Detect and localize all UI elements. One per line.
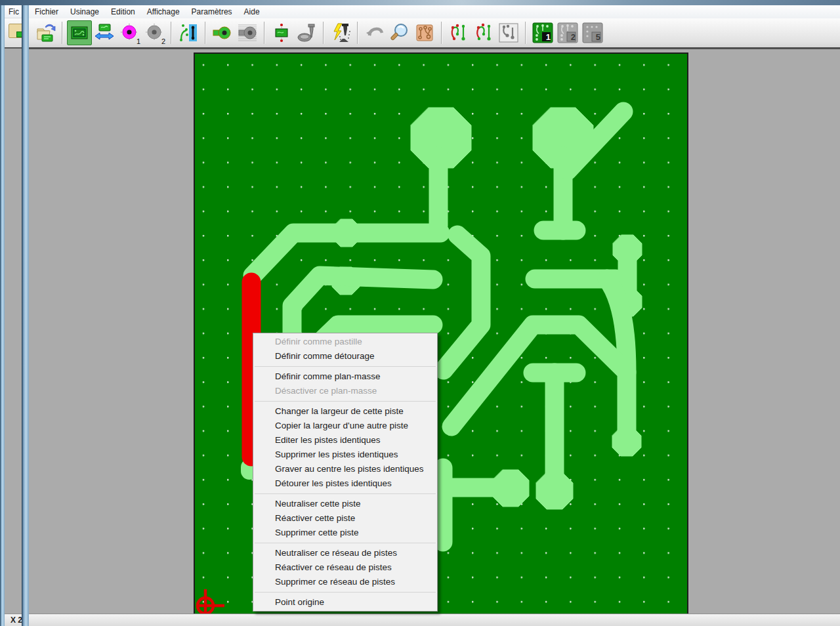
board-centering-button[interactable] (269, 20, 294, 45)
flip-board-icon (94, 22, 115, 43)
zoom-button[interactable] (387, 20, 412, 45)
toolbar-separator (357, 22, 358, 44)
context-menu-separator (255, 592, 436, 593)
show-board-button[interactable] (67, 20, 92, 45)
context-menu-separator (255, 401, 436, 402)
pad-hatch-button[interactable] (235, 20, 260, 45)
toolbar-separator (441, 22, 442, 44)
pad-tool-1-button[interactable]: 1 (117, 20, 142, 45)
layer-5-button[interactable]: 5 (580, 20, 605, 45)
menu-fichier[interactable]: Fichier (29, 5, 64, 18)
net-tracks-a-icon (448, 22, 469, 43)
board-preview-icon (414, 22, 435, 43)
menu-aide[interactable]: Aide (238, 5, 266, 18)
background-window: Fic X 2 (0, 5, 22, 626)
origin-marker-icon (196, 589, 224, 614)
context-menu-item-desactiver-ce-plan-masse: Désactiver ce plan-masse (253, 384, 437, 398)
context-menu-separator (255, 493, 436, 494)
menu-paramtres[interactable]: Paramètres (186, 5, 238, 18)
toolbar-separator (205, 22, 206, 44)
pad-hatch-icon (237, 22, 258, 43)
main-window-left-border (22, 5, 29, 626)
background-window-border (0, 5, 5, 626)
pad-node (613, 235, 642, 264)
layer-2-number: 2 (571, 33, 576, 41)
net-tracks-b-button[interactable] (471, 20, 496, 45)
background-window-menubar: Fic (5, 5, 22, 18)
layer-1-number: 1 (546, 33, 551, 41)
pad-tool-1-badge: 1 (136, 37, 140, 45)
title-bar-strip (0, 0, 840, 5)
menu-edition[interactable]: Edition (105, 5, 141, 18)
layer-2-button[interactable]: 2 (555, 20, 580, 45)
layer-5-number: 5 (596, 33, 600, 41)
pcb-chip-icon (16, 31, 22, 37)
context-menu-item-neutraliser-cette-piste[interactable]: Neutraliser cette piste (253, 497, 437, 511)
net-tracks-a-button[interactable] (446, 20, 471, 45)
menu-usinage[interactable]: Usinage (64, 5, 105, 18)
context-menu-item-definir-comme-pastille: Définir comme pastille (253, 335, 437, 349)
context-menu-item-graver-au-centre-les-pistes-identiques[interactable]: Graver au centre les pistes identiques (253, 462, 437, 476)
toolbar-separator (264, 22, 265, 44)
undo-icon (364, 22, 385, 43)
context-menu-item-editer-les-pistes-identiques[interactable]: Editer les pistes identiques (253, 433, 437, 448)
context-menu-item-definir-comme-detourage[interactable]: Définir comme détourage (253, 349, 437, 364)
context-menu-item-supprimer-ce-reseau-de-pistes[interactable]: Supprimer ce réseau de pistes (253, 575, 437, 589)
undo-button[interactable] (362, 20, 387, 45)
net-tracks-b-icon (473, 22, 494, 43)
context-menu-item-neutraliser-ce-reseau-de-pistes[interactable]: Neutraliser ce réseau de pistes (253, 546, 437, 560)
open-file-button[interactable] (33, 20, 58, 45)
start-engraving-icon (330, 22, 351, 43)
background-window-statusbar: X 2 (5, 614, 22, 626)
context-menu-item-reactiver-cette-piste[interactable]: Réactiver cette piste (253, 511, 437, 526)
context-menu-item-supprimer-cette-piste[interactable]: Supprimer cette piste (253, 526, 437, 540)
background-window-client (5, 49, 22, 606)
pad-node (612, 427, 641, 456)
flip-board-button[interactable] (92, 20, 117, 45)
pad-tool-2-button[interactable]: 2 (142, 20, 167, 45)
layer-1-button[interactable]: 1 (530, 20, 555, 45)
net-tracks-frame-button[interactable] (496, 20, 521, 45)
menu-bar: FichierUsinageEditionAffichageParamètres… (29, 5, 840, 19)
open-file-icon (35, 22, 56, 43)
toolbar-separator (323, 22, 324, 44)
context-menu-item-supprimer-les-pistes-identiques[interactable]: Supprimer les pistes identiques (253, 448, 437, 462)
pad-octagon-small (492, 470, 529, 507)
context-menu-item-point-origine[interactable]: Point origine (253, 595, 437, 610)
pad-octagon-small (536, 472, 573, 509)
pad-contour-button[interactable] (210, 20, 235, 45)
background-window-toolbar (5, 18, 22, 49)
show-board-icon (69, 22, 90, 43)
context-menu-item-definir-comme-plan-masse[interactable]: Définir comme plan-masse (253, 369, 437, 384)
board-preview-button[interactable] (412, 20, 437, 45)
context-menu-item-detourer-les-pistes-identiques[interactable]: Détourer les pistes identiques (253, 476, 437, 491)
context-menu-separator (255, 366, 436, 367)
context-menu-item-reactiver-ce-reseau-de-pistes[interactable]: Réactiver ce réseau de pistes (253, 560, 437, 575)
net-tracks-frame-icon (498, 22, 519, 43)
via-node (333, 219, 360, 247)
start-engraving-button[interactable] (328, 20, 353, 45)
track-context-menu: Définir comme pastilleDéfinir comme déto… (253, 333, 438, 612)
toolbar: 12125 (29, 18, 840, 49)
context-menu-item-changer-la-largeur-de-cette-piste[interactable]: Changer la largeur de cette piste (253, 404, 437, 419)
zoom-icon (389, 22, 410, 43)
select-track-icon (178, 22, 199, 43)
milling-table-icon (296, 22, 317, 43)
status-bar: X 2,55 Y 14,48 (29, 614, 840, 626)
context-menu-separator (255, 543, 436, 543)
toolbar-separator (525, 22, 526, 44)
pad-contour-icon (212, 22, 233, 43)
menu-affichage[interactable]: Affichage (141, 5, 186, 18)
toolbar-separator (171, 22, 172, 44)
select-track-button[interactable] (176, 20, 201, 45)
context-menu-item-copier-la-largeur-d-une-autre-piste[interactable]: Copier la largeur d'une autre piste (253, 419, 437, 433)
app-screen: Fic X 2 FichierUsinageEditionAffichagePa… (0, 0, 840, 626)
toolbar-separator (62, 22, 63, 44)
milling-table-button[interactable] (294, 20, 319, 45)
pad-tool-2-badge: 2 (161, 37, 165, 45)
board-centering-icon (271, 22, 292, 43)
